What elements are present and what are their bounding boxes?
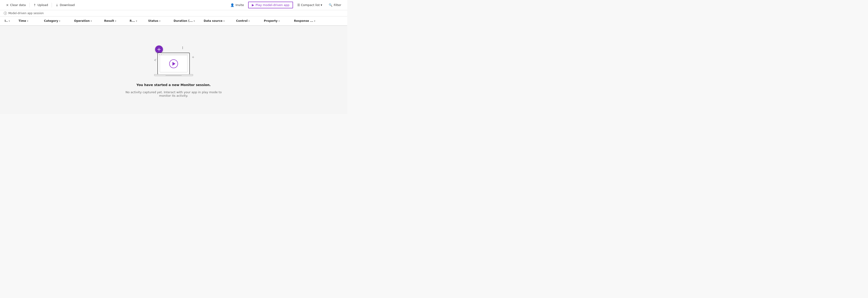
upload-icon: ↑ [33,3,36,7]
clear-icon: ✕ [6,3,9,7]
toolbar-left: ✕ Clear data ↑ Upload ↓ Download [4,2,227,8]
col-header-duration[interactable]: Duration (... ▾ [173,19,203,23]
chevron-down-icon: ▾ [194,20,195,22]
invite-icon: 👤 [230,3,234,7]
col-status-label: Status [148,19,158,23]
chevron-down-icon: ▾ [159,20,160,22]
session-label: Model-driven app session [8,11,44,15]
chevron-down-icon: ▾ [320,3,322,7]
download-button[interactable]: ↓ Download [53,2,77,8]
chevron-down-icon: ▾ [9,20,10,22]
col-r-label: R... [130,19,135,23]
upload-button[interactable]: ↑ Upload [31,2,50,8]
clear-data-button[interactable]: ✕ Clear data [4,2,28,8]
empty-state: + + You h [122,42,226,98]
col-control-label: Control [236,19,248,23]
col-response-label: Response ... [294,19,313,23]
col-header-time[interactable]: Time ▾ [18,19,43,23]
chevron-down-icon: ▾ [27,20,28,22]
play-button-circle [169,59,178,68]
upload-label: Upload [37,3,48,7]
col-operation-label: Operation [74,19,90,23]
col-header-response[interactable]: Response ... ▾ [293,19,328,23]
play-icon: ▶ [252,3,254,7]
laptop-body [157,53,190,75]
laptop-screen-inner [160,55,187,72]
chevron-down-icon: ▾ [314,20,315,22]
filter-label: Filter [334,3,341,7]
play-label: Play model-driven app [255,3,289,7]
info-bar: i Model-driven app session [0,10,347,17]
info-icon: i [4,11,7,15]
chevron-down-icon: ▾ [223,20,224,22]
col-time-label: Time [19,19,26,23]
empty-state-illustration: + + [151,42,197,79]
deco-line-top [182,46,183,49]
col-property-label: Property [264,19,278,23]
col-header-control[interactable]: Control ▾ [235,19,263,23]
download-icon: ↓ [56,3,58,7]
divider-1 [29,3,30,7]
chevron-down-icon: ▾ [115,20,116,22]
col-header-result[interactable]: Result ▾ [103,19,129,23]
deco-small-lines [154,59,156,61]
col-header-property[interactable]: Property ▾ [263,19,293,23]
laptop-base-line [165,75,182,76]
deco-line-2 [154,60,156,61]
empty-state-subtitle: No activity captured yet. Interact with … [122,90,226,98]
divider-2 [52,3,52,7]
download-label: Download [60,3,75,7]
empty-state-title: You have started a new Monitor session. [136,83,211,87]
chevron-down-icon: ▾ [249,20,250,22]
col-category-label: Category [44,19,58,23]
col-header-category[interactable]: Category ▾ [43,19,73,23]
chevron-down-icon: ▾ [278,20,280,22]
toolbar: ✕ Clear data ↑ Upload ↓ Download 👤 Invit… [0,0,347,10]
col-header-status[interactable]: Status ▾ [147,19,173,23]
col-data-source-label: Data source [204,19,222,23]
col-header-r[interactable]: R... ▾ [129,19,147,23]
filter-button[interactable]: 🔍 Filter [327,2,343,8]
chevron-down-icon: ▾ [136,20,137,22]
play-model-driven-app-button[interactable]: ▶ Play model-driven app [248,2,293,8]
col-duration-label: Duration (... [174,19,193,23]
deco-plus-right: + [192,55,194,59]
col-result-label: Result [104,19,114,23]
compact-list-icon: ☰ [297,3,300,7]
main-content: + + You h [0,26,347,114]
play-triangle-icon [173,62,176,65]
chevron-down-icon: ▾ [59,20,60,22]
chevron-down-icon: ▾ [91,20,92,22]
compact-list-label: Compact list [301,3,320,7]
toolbar-right: 👤 Invite ▶ Play model-driven app ☰ Compa… [228,2,343,8]
invite-label: Invite [236,3,244,7]
col-header-id[interactable]: I.. ▾ [4,19,18,23]
col-header-data-source[interactable]: Data source ▾ [203,19,235,23]
compact-list-button[interactable]: ☰ Compact list ▾ [295,2,324,8]
filter-icon: 🔍 [329,3,332,7]
clear-data-label: Clear data [10,3,26,7]
invite-button[interactable]: 👤 Invite [228,2,246,8]
plus-circle-icon: + [155,46,163,53]
column-headers: I.. ▾ Time ▾ Category ▾ Operation ▾ Resu… [0,17,347,26]
col-header-operation[interactable]: Operation ▾ [73,19,103,23]
col-id-label: I.. [5,19,8,23]
